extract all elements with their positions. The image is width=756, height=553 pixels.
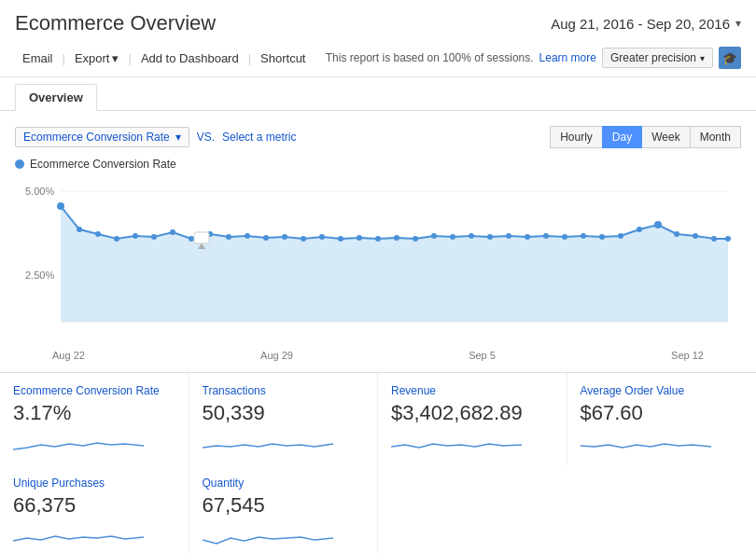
stat-label-revenue[interactable]: Revenue — [391, 384, 553, 397]
svg-point-31 — [543, 233, 549, 239]
tab-overview[interactable]: Overview — [15, 84, 97, 111]
svg-point-11 — [170, 229, 175, 235]
svg-point-26 — [450, 234, 455, 240]
stat-card-empty-3 — [378, 465, 567, 553]
svg-point-9 — [133, 233, 138, 239]
svg-point-18 — [301, 236, 306, 242]
stat-card-revenue: Revenue $3,402,682.89 — [378, 373, 567, 465]
svg-point-39 — [693, 233, 698, 239]
svg-point-32 — [562, 234, 567, 240]
toolbar-info: This report is based on 100% of sessions… — [326, 47, 741, 69]
svg-point-20 — [338, 236, 343, 242]
svg-point-12 — [189, 236, 194, 242]
svg-point-36 — [637, 227, 642, 232]
svg-point-10 — [151, 234, 157, 240]
sparkline-avg-order — [581, 431, 711, 459]
date-range-text: Aug 21, 2016 - Sep 20, 2016 — [551, 16, 730, 32]
svg-point-7 — [95, 231, 101, 237]
period-day-button[interactable]: Day — [602, 126, 642, 148]
page-title: Ecommerce Overview — [15, 11, 216, 35]
stat-label-conversion[interactable]: Ecommerce Conversion Rate — [13, 384, 175, 397]
svg-point-37 — [654, 221, 662, 228]
stat-label-quantity[interactable]: Quantity — [203, 477, 365, 490]
metric-dropdown[interactable]: Ecommerce Conversion Rate ▾ — [15, 127, 189, 147]
stat-card-transactions: Transactions 50,339 — [189, 373, 379, 465]
x-label-aug22: Aug 22 — [52, 350, 85, 361]
svg-point-17 — [282, 234, 287, 240]
stat-label-avg-order[interactable]: Average Order Value — [581, 384, 744, 397]
stat-card-avg-order: Average Order Value $67.60 — [567, 373, 757, 465]
email-button[interactable]: Email — [15, 49, 61, 67]
svg-point-16 — [263, 235, 269, 241]
svg-text:5.00%: 5.00% — [25, 186, 54, 197]
stat-label-unique-purchases[interactable]: Unique Purchases — [13, 477, 175, 490]
svg-point-5 — [57, 202, 64, 210]
chart-legend: Ecommerce Conversion Rate — [15, 158, 741, 171]
stats-row-1: Ecommerce Conversion Rate 3.17% Transact… — [0, 372, 756, 465]
period-hourly-button[interactable]: Hourly — [550, 126, 603, 148]
divider: | — [63, 51, 65, 65]
divider2: | — [128, 51, 131, 65]
svg-point-23 — [394, 235, 399, 241]
svg-point-28 — [487, 234, 493, 240]
sparkline-transactions — [203, 431, 333, 459]
period-month-button[interactable]: Month — [690, 126, 741, 148]
svg-point-15 — [245, 233, 250, 239]
stat-card-unique-purchases: Unique Purchases 66,375 — [0, 465, 189, 553]
period-buttons: Hourly Day Week Month — [551, 126, 741, 148]
svg-point-40 — [711, 236, 717, 242]
shortcut-button[interactable]: Shortcut — [253, 49, 313, 67]
info-text: This report is based on 100% of sessions… — [326, 51, 534, 64]
toolbar: Email | Export ▾ | Add to Dashboard | Sh… — [0, 43, 756, 77]
toolbar-left: Email | Export ▾ | Add to Dashboard | Sh… — [15, 49, 313, 67]
hat-icon[interactable]: 🎓 — [719, 47, 741, 69]
metric-chevron-icon: ▾ — [175, 131, 181, 144]
svg-point-38 — [674, 231, 679, 237]
svg-point-19 — [319, 234, 325, 240]
stat-label-transactions[interactable]: Transactions — [203, 384, 365, 397]
stat-card-empty-4 — [567, 465, 757, 553]
chart-container: 5.00% 2.50% — [15, 178, 741, 365]
svg-point-24 — [413, 236, 418, 242]
precision-button[interactable]: Greater precision ▾ — [602, 48, 713, 68]
select-metric-link[interactable]: Select a metric — [222, 131, 296, 144]
stat-card-quantity: Quantity 67,545 — [189, 465, 379, 553]
metric-label: Ecommerce Conversion Rate — [23, 131, 170, 144]
page-header: Ecommerce Overview Aug 21, 2016 - Sep 20… — [0, 0, 756, 43]
svg-point-8 — [114, 236, 119, 242]
legend-dot-icon — [15, 159, 24, 169]
svg-point-30 — [525, 234, 530, 240]
sparkline-revenue — [391, 431, 522, 459]
stat-card-conversion: Ecommerce Conversion Rate 3.17% — [0, 373, 189, 465]
tabs-bar: Overview — [0, 77, 756, 111]
svg-point-27 — [469, 233, 474, 239]
chart-section: Ecommerce Conversion Rate ▾ VS. Select a… — [0, 111, 756, 365]
precision-label: Greater precision — [610, 51, 696, 64]
legend-label: Ecommerce Conversion Rate — [30, 158, 176, 171]
line-chart: 5.00% 2.50% — [15, 178, 741, 346]
precision-chevron-icon: ▾ — [700, 53, 705, 63]
x-label-sep5: Sep 5 — [469, 350, 496, 361]
svg-point-21 — [357, 235, 362, 241]
svg-point-33 — [581, 233, 586, 239]
svg-point-14 — [226, 234, 231, 240]
stat-value-revenue: $3,402,682.89 — [391, 401, 553, 425]
add-to-dashboard-button[interactable]: Add to Dashboard — [133, 49, 246, 67]
stat-value-unique-purchases: 66,375 — [13, 493, 175, 518]
sparkline-conversion — [13, 431, 144, 459]
sparkline-quantity — [203, 523, 333, 551]
svg-point-41 — [725, 236, 731, 242]
x-label-aug29: Aug 29 — [260, 350, 293, 361]
stat-value-conversion: 3.17% — [13, 401, 175, 425]
svg-rect-42 — [194, 232, 209, 243]
svg-text:2.50%: 2.50% — [25, 270, 54, 281]
export-chevron-icon: ▾ — [112, 51, 119, 65]
export-button[interactable]: Export ▾ — [67, 49, 127, 67]
svg-point-35 — [618, 233, 623, 239]
period-week-button[interactable]: Week — [641, 126, 690, 148]
stats-row-2: Unique Purchases 66,375 Quantity 67,545 — [0, 465, 756, 553]
learn-more-link[interactable]: Learn more — [539, 51, 596, 64]
stat-value-avg-order: $67.60 — [581, 401, 744, 425]
x-label-sep12: Sep 12 — [671, 350, 704, 361]
date-range-selector[interactable]: Aug 21, 2016 - Sep 20, 2016 ▾ — [551, 16, 741, 32]
